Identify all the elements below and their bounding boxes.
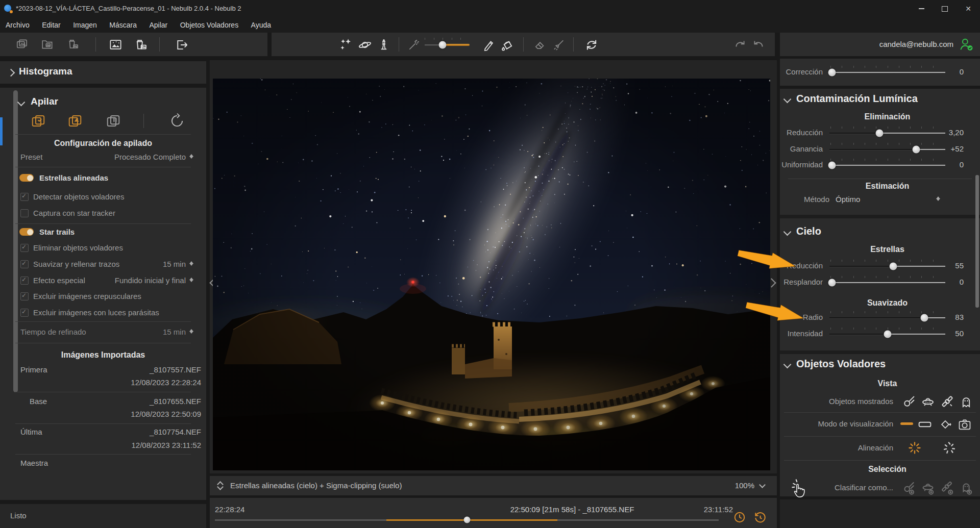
efecto-checkbox[interactable] — [20, 276, 29, 285]
clean-brush-icon[interactable] — [551, 38, 566, 52]
menu-objetos-voladores[interactable]: Objetos Voladores — [175, 17, 243, 33]
eliminar-checkbox[interactable] — [20, 244, 29, 252]
satellite-icon[interactable] — [940, 394, 955, 409]
correccion-track[interactable] — [829, 68, 945, 77]
burst-scattered-icon[interactable] — [942, 441, 957, 455]
burst-aligned-icon[interactable] — [908, 441, 922, 455]
align-stars-icon[interactable] — [339, 38, 353, 52]
paint-bucket-icon[interactable] — [500, 38, 515, 53]
slider-knob[interactable] — [439, 41, 447, 49]
opacity-track[interactable] — [425, 41, 470, 49]
slider-knob[interactable] — [889, 263, 897, 270]
preset-value[interactable]: Procesado Completo — [61, 153, 186, 161]
select-updown-icon[interactable] — [936, 194, 941, 203]
select-updown-icon[interactable] — [189, 327, 194, 336]
magic-wand-icon[interactable] — [407, 38, 421, 52]
suavizar-value[interactable]: 15 min — [77, 260, 186, 268]
cl-ganancia-track[interactable] — [829, 145, 945, 154]
image-viewport[interactable] — [210, 60, 777, 473]
eraser-icon[interactable] — [533, 38, 547, 52]
excluir-crepusculares-checkbox[interactable] — [20, 292, 29, 300]
add-photos-icon[interactable] — [15, 38, 29, 51]
excluir-parasitas-checkbox[interactable] — [20, 309, 29, 317]
stack-mode-updown-icon[interactable] — [218, 481, 224, 490]
panel-scrollbar[interactable] — [13, 90, 18, 392]
photo-canvas[interactable] — [213, 79, 770, 470]
satellite-add-icon[interactable] — [940, 480, 955, 495]
startracker-checkbox[interactable] — [20, 209, 29, 217]
cielo-reduccion-track[interactable] — [829, 262, 945, 270]
trail-marker-icon[interactable] — [938, 417, 952, 432]
time-history-icon[interactable] — [753, 511, 767, 524]
time-filter-icon[interactable] — [733, 511, 746, 524]
maximize-button[interactable] — [933, 0, 957, 17]
timeline-knob[interactable] — [463, 517, 470, 523]
slider-knob[interactable] — [875, 130, 883, 137]
menu-mascara[interactable]: Máscara — [104, 17, 142, 33]
detectar-checkbox[interactable] — [20, 193, 29, 201]
radio-track[interactable] — [829, 314, 945, 322]
menu-editar[interactable]: Editar — [37, 17, 66, 33]
discard-photos-icon[interactable] — [66, 38, 80, 51]
efecto-value[interactable]: Fundido inicial y final — [77, 276, 186, 285]
close-button[interactable]: ✕ — [957, 0, 980, 17]
menu-imagen[interactable]: Imagen — [68, 17, 102, 33]
account-email[interactable]: candela@nebulb.com — [879, 33, 953, 56]
right-panel-scrollbar[interactable] — [975, 175, 979, 308]
export-icon[interactable] — [175, 38, 189, 52]
stack-triangle-icon[interactable] — [67, 113, 83, 129]
stack-mode-text[interactable]: Estrellas alineadas (cielo) + Sigma-clip… — [230, 476, 402, 495]
slider-knob[interactable] — [828, 162, 836, 169]
open-folder-icon[interactable] — [41, 38, 54, 51]
delete-image-icon[interactable] — [134, 38, 148, 52]
metodo-value[interactable]: Óptimo — [836, 195, 860, 204]
slider-knob[interactable] — [828, 279, 836, 287]
image-icon[interactable] — [109, 38, 122, 52]
ufo-add-icon[interactable] — [920, 480, 936, 495]
select-updown-icon[interactable] — [189, 259, 194, 268]
redo-icon[interactable] — [733, 38, 747, 52]
slider-knob[interactable] — [913, 146, 920, 154]
suavizar-checkbox[interactable] — [20, 260, 29, 268]
comet-add-icon[interactable] — [901, 480, 917, 495]
camera-icon[interactable] — [958, 417, 972, 432]
contaminacion-title[interactable]: Contaminación Lumínica — [796, 93, 918, 105]
objetos-voladores-title[interactable]: Objetos Voladores — [796, 358, 886, 370]
zoom-chevron-icon[interactable] — [759, 482, 766, 488]
trail-line-icon[interactable] — [900, 422, 913, 425]
menu-apilar[interactable]: Apilar — [144, 17, 173, 33]
menu-archivo[interactable]: Archivo — [1, 17, 35, 33]
stack-check-icon[interactable] — [31, 113, 46, 129]
minimize-button[interactable] — [910, 0, 933, 17]
trail-box-icon[interactable] — [918, 418, 932, 431]
comet-icon[interactable] — [901, 394, 917, 409]
ufo-icon[interactable] — [920, 394, 936, 409]
ghost-icon[interactable] — [959, 394, 974, 409]
zoom-level[interactable]: 100% — [735, 476, 754, 495]
user-verified-icon[interactable] — [959, 37, 974, 52]
cielo-resplandor-track[interactable] — [829, 279, 945, 287]
recalculate-icon[interactable] — [584, 37, 599, 53]
timeline-slider[interactable] — [215, 516, 719, 523]
cl-uniformidad-track[interactable] — [829, 161, 945, 169]
paint-pen-icon[interactable] — [482, 38, 496, 52]
histogram-header[interactable]: Histograma — [0, 61, 206, 84]
slider-knob[interactable] — [828, 69, 836, 77]
estrellas-alineadas-toggle[interactable] — [19, 174, 34, 182]
ghost-add-icon[interactable] — [959, 480, 974, 495]
planet-icon[interactable] — [358, 38, 372, 52]
slider-knob[interactable] — [921, 314, 928, 322]
tower-icon[interactable] — [377, 37, 391, 52]
opacity-slider[interactable] — [425, 38, 472, 51]
tiempo-refinado-value[interactable]: 15 min — [77, 328, 186, 336]
slider-knob[interactable] — [884, 331, 891, 338]
select-updown-icon[interactable] — [189, 275, 194, 284]
cielo-title[interactable]: Cielo — [796, 225, 821, 237]
reset-stack-icon[interactable] — [168, 112, 186, 130]
cl-reduccion-track[interactable] — [829, 129, 945, 137]
startrails-toggle[interactable] — [19, 228, 34, 236]
menu-ayuda[interactable]: Ayuda — [246, 17, 276, 33]
select-updown-icon[interactable] — [189, 152, 194, 161]
undo-icon[interactable] — [751, 38, 766, 52]
stack-pause-icon[interactable] — [106, 113, 121, 129]
